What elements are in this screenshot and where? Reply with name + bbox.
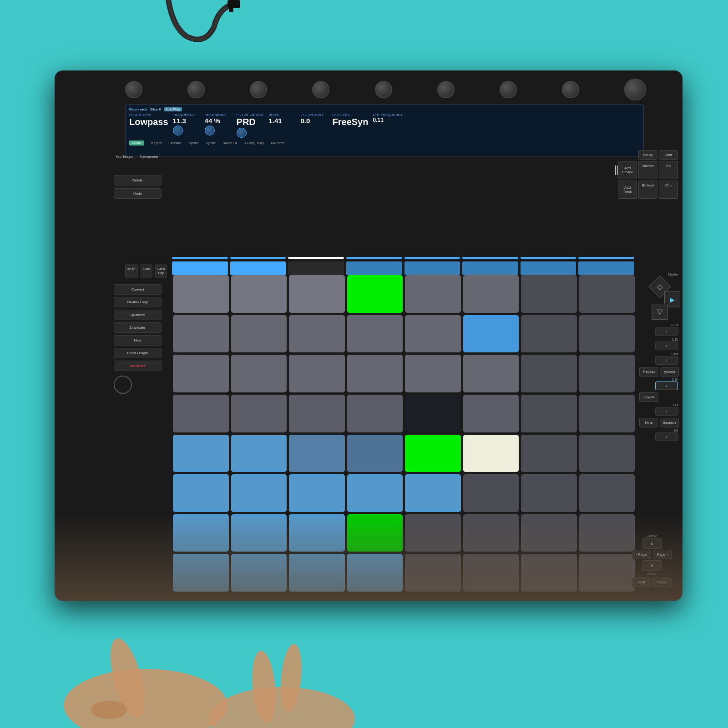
pad-7-3[interactable] xyxy=(347,554,403,592)
pad-4-0[interactable] xyxy=(173,435,229,472)
metronome-button[interactable]: Metronome xyxy=(138,153,160,160)
quantize-button[interactable]: Quantize xyxy=(114,310,162,320)
frequency-knob[interactable] xyxy=(173,126,183,136)
shift-button[interactable]: Shift xyxy=(632,577,651,587)
clip-btn-5[interactable] xyxy=(404,261,460,275)
timing-arrow-2[interactable]: › xyxy=(655,341,678,350)
duplicate-button[interactable]: Duplicate xyxy=(114,322,162,333)
pad-1-6[interactable] xyxy=(521,315,577,353)
clip-button[interactable]: Clip xyxy=(659,181,678,199)
track-reverb[interactable]: B-Reverb xyxy=(268,141,287,146)
pad-5-4[interactable] xyxy=(405,474,461,512)
undo-button[interactable]: Undo xyxy=(114,188,162,199)
pad-4-6[interactable] xyxy=(521,435,577,472)
pad-7-2[interactable] xyxy=(289,554,345,592)
resonance-knob[interactable] xyxy=(205,126,215,136)
solo-button[interactable]: Solo xyxy=(141,264,152,278)
pad-2-4[interactable] xyxy=(405,355,461,392)
user-button[interactable]: User xyxy=(659,150,678,160)
pad-6-2[interactable] xyxy=(289,514,345,552)
pad-3-6[interactable] xyxy=(521,395,577,432)
pad-0-6[interactable] xyxy=(521,275,577,313)
track-delay[interactable]: A-Long Delay xyxy=(242,141,266,146)
track-fm-synth[interactable]: FM Synth xyxy=(146,141,165,146)
filter-circuit-knob[interactable] xyxy=(237,128,247,138)
pad-0-4[interactable] xyxy=(405,275,461,313)
clip-btn-2[interactable] xyxy=(230,261,286,275)
pad-0-3[interactable] xyxy=(347,275,403,313)
pad-2-5[interactable] xyxy=(463,355,519,392)
timing-arrow-3[interactable]: › xyxy=(655,356,678,365)
pad-6-0[interactable] xyxy=(173,514,229,552)
pad-5-3[interactable] xyxy=(347,474,403,512)
pad-1-4[interactable] xyxy=(405,315,461,353)
mix-button[interactable]: Mix xyxy=(659,161,678,179)
tap-tempo-button[interactable]: Tap Tempo xyxy=(114,153,135,160)
delete-button[interactable]: Delete xyxy=(114,175,162,186)
track-drums[interactable]: Drums xyxy=(129,141,144,146)
track-synths-1[interactable]: Synths xyxy=(186,141,201,146)
knob-2[interactable] xyxy=(187,81,205,98)
browse-button[interactable]: Browse xyxy=(638,181,657,199)
pad-2-1[interactable] xyxy=(231,355,287,392)
pad-1-2[interactable] xyxy=(289,315,345,353)
double-loop-button[interactable]: Double Loop xyxy=(114,297,162,307)
master-knob[interactable] xyxy=(624,79,646,100)
clip-btn-6[interactable] xyxy=(462,261,518,275)
knob-1[interactable] xyxy=(125,81,142,98)
knob-3[interactable] xyxy=(250,81,267,98)
convert-button[interactable]: Convert xyxy=(114,284,162,295)
pad-5-2[interactable] xyxy=(289,474,345,512)
pad-7-1[interactable] xyxy=(231,554,287,592)
layout-button[interactable]: Layout xyxy=(639,392,658,402)
timing-arrow-4[interactable]: › xyxy=(655,382,678,390)
pad-7-0[interactable] xyxy=(173,554,229,592)
pad-1-7[interactable] xyxy=(579,315,635,353)
clip-btn-3[interactable] xyxy=(288,261,344,275)
select-button[interactable]: Select xyxy=(652,577,672,587)
pad-5-6[interactable] xyxy=(521,474,577,512)
pad-4-3[interactable] xyxy=(347,435,403,472)
pad-6-6[interactable] xyxy=(521,514,577,552)
clip-btn-1[interactable] xyxy=(172,261,228,275)
pad-5-0[interactable] xyxy=(173,474,229,512)
clip-btn-8[interactable] xyxy=(578,261,634,275)
pad-0-2[interactable] xyxy=(289,275,345,313)
session-button[interactable]: Session xyxy=(660,418,679,427)
fixed-length-button[interactable]: Fixed Length xyxy=(114,348,162,358)
pad-6-3[interactable] xyxy=(347,514,403,552)
pad-2-7[interactable] xyxy=(579,355,635,392)
pad-4-4[interactable] xyxy=(405,435,461,472)
pad-3-2[interactable] xyxy=(289,395,345,432)
pad-6-4[interactable] xyxy=(405,514,461,552)
stop-clip-button[interactable]: Stop Clip xyxy=(155,264,167,278)
accent-button[interactable]: Accent xyxy=(660,367,679,377)
pad-5-5[interactable] xyxy=(463,474,519,512)
knob-5[interactable] xyxy=(375,81,392,98)
pad-1-1[interactable] xyxy=(231,315,287,353)
pad-1-5[interactable] xyxy=(463,315,519,353)
knob-7[interactable] xyxy=(500,81,517,98)
clip-btn-7[interactable] xyxy=(521,261,576,275)
pad-7-4[interactable] xyxy=(405,554,461,592)
track-sound-fx[interactable]: Sound FX xyxy=(220,141,240,146)
nav-down-button[interactable]: ▽ xyxy=(652,304,668,320)
octave-up-button[interactable]: ∧ xyxy=(642,538,662,549)
automate-button[interactable]: Automate xyxy=(114,361,162,371)
pad-2-2[interactable] xyxy=(289,355,345,392)
new-button[interactable]: New xyxy=(114,335,162,346)
octave-down-button[interactable]: ∨ xyxy=(642,560,662,571)
timing-arrow-1[interactable]: › xyxy=(655,327,678,336)
pad-6-5[interactable] xyxy=(463,514,519,552)
pad-3-3[interactable] xyxy=(347,395,403,432)
pad-2-3[interactable] xyxy=(347,355,403,392)
pad-3-4[interactable] xyxy=(405,395,461,432)
pad-0-0[interactable] xyxy=(173,275,229,313)
pad-1-0[interactable] xyxy=(173,315,229,353)
pad-3-5[interactable] xyxy=(463,395,519,432)
add-device-button[interactable]: Add Device xyxy=(618,161,637,179)
pad-5-7[interactable] xyxy=(579,474,635,512)
page-left-button[interactable]: ‹ Page xyxy=(632,550,651,559)
page-right-button[interactable]: Page › xyxy=(653,550,672,559)
pad-4-7[interactable] xyxy=(579,435,635,472)
